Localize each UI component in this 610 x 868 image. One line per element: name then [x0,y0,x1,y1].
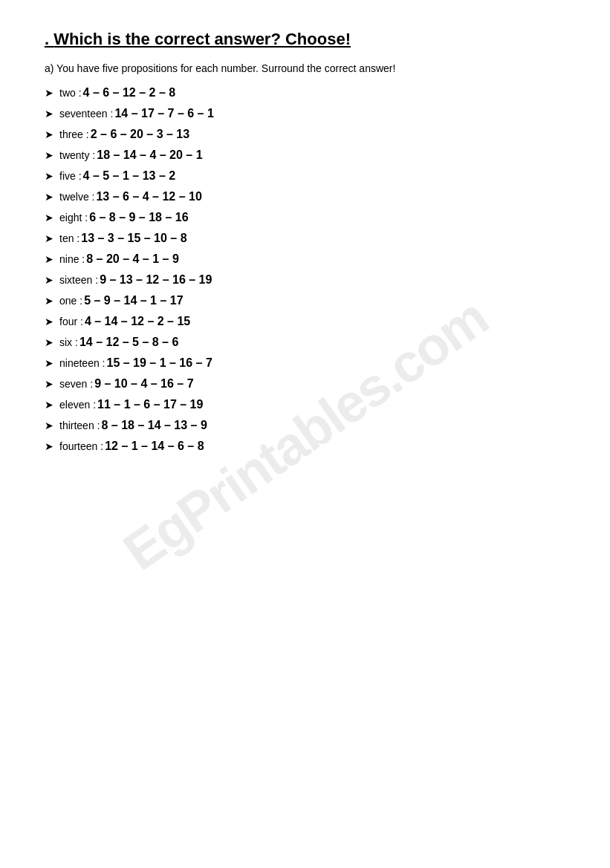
arrow-icon: ➤ [45,128,53,140]
item-numbers: 14 – 17 – 7 – 6 – 1 [114,107,213,120]
arrow-icon: ➤ [45,336,53,348]
arrow-icon: ➤ [45,149,53,161]
item-numbers: 11 – 1 – 6 – 17 – 19 [97,398,203,411]
arrow-icon: ➤ [45,253,53,265]
item-word: eight : [59,212,88,223]
list-item: ➤twelve : 13 – 6 – 4 – 12 – 10 [45,190,565,203]
arrow-icon: ➤ [45,357,53,369]
item-word: sixteen : [59,274,98,286]
list-item: ➤five : 4 – 5 – 1 – 13 – 2 [45,169,565,183]
list-item: ➤eight : 6 – 8 – 9 – 18 – 16 [45,211,565,224]
arrow-icon: ➤ [45,232,53,244]
item-word: twenty : [59,149,95,161]
list-item: ➤ten : 13 – 3 – 15 – 10 – 8 [45,232,565,245]
arrow-icon: ➤ [45,440,53,452]
item-word: thirteen : [59,420,100,431]
item-word: five : [59,170,82,182]
item-numbers: 4 – 6 – 12 – 2 – 8 [83,86,176,99]
item-numbers: 14 – 12 – 5 – 8 – 6 [80,336,178,349]
item-numbers: 13 – 6 – 4 – 12 – 10 [96,190,201,203]
item-word: nineteen : [59,357,106,369]
list-item: ➤three : 2 – 6 – 20 – 3 – 13 [45,128,565,141]
item-word: six : [59,336,78,348]
page-title: Which is the correct answer? Choose! [45,30,565,49]
list-item: ➤one : 5 – 9 – 14 – 1 – 17 [45,294,565,307]
item-word: four : [59,316,83,327]
instruction-text: a) You have five propositions for each n… [45,62,565,74]
arrow-icon: ➤ [45,378,53,390]
list-item: ➤six : 14 – 12 – 5 – 8 – 6 [45,336,565,349]
item-numbers: 18 – 14 – 4 – 20 – 1 [97,149,202,162]
item-word: eleven : [59,399,96,411]
item-word: seven : [59,378,93,390]
arrow-icon: ➤ [45,420,53,431]
item-word: two : [59,87,82,99]
arrow-icon: ➤ [45,399,53,411]
item-numbers: 12 – 1 – 14 – 6 – 8 [105,440,204,453]
item-word: one : [59,295,82,307]
item-numbers: 4 – 5 – 1 – 13 – 2 [83,169,176,183]
item-numbers: 15 – 19 – 1 – 16 – 7 [107,356,212,370]
list-item: ➤seventeen : 14 – 17 – 7 – 6 – 1 [45,107,565,120]
number-list: ➤two : 4 – 6 – 12 – 2 – 8➤seventeen : 14… [45,86,565,453]
item-word: ten : [59,232,80,244]
item-numbers: 5 – 9 – 14 – 1 – 17 [84,294,183,307]
item-word: three : [59,128,89,140]
arrow-icon: ➤ [45,274,53,286]
item-numbers: 8 – 20 – 4 – 1 – 9 [86,252,179,266]
arrow-icon: ➤ [45,191,53,203]
list-item: ➤thirteen : 8 – 18 – 14 – 13 – 9 [45,419,565,432]
item-numbers: 8 – 18 – 14 – 13 – 9 [101,419,207,432]
list-item: ➤nine : 8 – 20 – 4 – 1 – 9 [45,252,565,266]
item-word: nine : [59,253,85,265]
arrow-icon: ➤ [45,316,53,327]
list-item: ➤seven : 9 – 10 – 4 – 16 – 7 [45,377,565,391]
item-numbers: 4 – 14 – 12 – 2 – 15 [85,315,190,328]
item-numbers: 13 – 3 – 15 – 10 – 8 [81,232,186,245]
item-word: twelve : [59,191,94,203]
item-numbers: 9 – 10 – 4 – 16 – 7 [94,377,193,391]
arrow-icon: ➤ [45,295,53,307]
item-numbers: 6 – 8 – 9 – 18 – 16 [89,211,188,224]
item-word: seventeen : [59,108,113,120]
arrow-icon: ➤ [45,212,53,223]
arrow-icon: ➤ [45,87,53,99]
list-item: ➤sixteen : 9 – 13 – 12 – 16 – 19 [45,273,565,287]
list-item: ➤twenty : 18 – 14 – 4 – 20 – 1 [45,149,565,162]
list-item: ➤fourteen : 12 – 1 – 14 – 6 – 8 [45,440,565,453]
list-item: ➤eleven : 11 – 1 – 6 – 17 – 19 [45,398,565,411]
arrow-icon: ➤ [45,170,53,182]
item-word: fourteen : [59,440,103,452]
list-item: ➤two : 4 – 6 – 12 – 2 – 8 [45,86,565,99]
list-item: ➤nineteen : 15 – 19 – 1 – 16 – 7 [45,356,565,370]
list-item: ➤four : 4 – 14 – 12 – 2 – 15 [45,315,565,328]
item-numbers: 9 – 13 – 12 – 16 – 19 [100,273,212,287]
item-numbers: 2 – 6 – 20 – 3 – 13 [91,128,189,141]
arrow-icon: ➤ [45,108,53,120]
